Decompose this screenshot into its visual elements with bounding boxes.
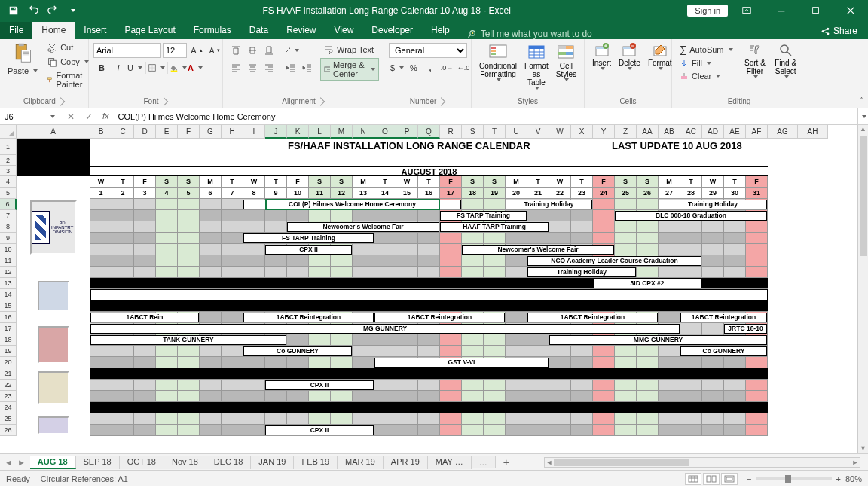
- sheet-tab[interactable]: APR 19: [384, 456, 428, 469]
- bold-button[interactable]: B: [93, 60, 110, 75]
- event-bar[interactable]: 1ABCT Reintegration: [527, 313, 658, 322]
- event-bar[interactable]: MMG GUNNERY: [549, 335, 767, 345]
- row-header[interactable]: 6: [0, 199, 17, 210]
- save-icon[interactable]: [5, 2, 23, 20]
- row-header[interactable]: 12: [0, 267, 17, 278]
- dialog-launcher-icon[interactable]: [159, 97, 167, 105]
- event-bar[interactable]: GST V-VI: [374, 358, 549, 368]
- row-header[interactable]: 9: [0, 233, 17, 244]
- event-bar[interactable]: CPX II: [265, 245, 352, 255]
- increase-indent-icon[interactable]: [299, 60, 316, 75]
- event-bar[interactable]: Training Holiday: [527, 267, 636, 277]
- row-header[interactable]: 10: [0, 244, 17, 255]
- event-bar[interactable]: JRTC 18-10: [724, 324, 767, 334]
- paste-button[interactable]: Paste: [5, 65, 41, 77]
- event-bar[interactable]: 1ABCT Reintegration: [374, 313, 505, 322]
- row-header[interactable]: 22: [0, 380, 17, 391]
- align-left-icon[interactable]: [228, 60, 244, 75]
- align-top-icon[interactable]: [228, 43, 244, 58]
- row-header[interactable]: 20: [0, 357, 17, 368]
- add-sheet-button[interactable]: +: [496, 455, 517, 470]
- event-bar[interactable]: Co GUNNERY: [680, 346, 767, 356]
- row-header[interactable]: 3: [0, 166, 17, 176]
- row-header[interactable]: 24: [0, 402, 17, 413]
- column-header[interactable]: AC: [680, 125, 702, 139]
- tab-nav-next-icon[interactable]: ►: [17, 458, 26, 467]
- delete-cells-button[interactable]: Delete: [616, 41, 643, 72]
- tab-insert[interactable]: Insert: [75, 22, 115, 39]
- border-button[interactable]: [148, 60, 165, 75]
- column-header[interactable]: C: [112, 125, 134, 139]
- share-button[interactable]: Share: [810, 23, 868, 39]
- column-header[interactable]: E: [156, 125, 178, 139]
- column-header[interactable]: W: [549, 125, 571, 139]
- align-bottom-icon[interactable]: [261, 43, 277, 58]
- event-bar[interactable]: CPX II: [265, 380, 374, 390]
- increase-decimal-icon[interactable]: .0→: [439, 60, 455, 75]
- column-header[interactable]: K: [287, 125, 309, 139]
- format-cells-button[interactable]: Format: [645, 41, 675, 72]
- event-bar[interactable]: Co GUNNERY: [243, 346, 352, 356]
- tab-formulas[interactable]: Formulas: [185, 22, 240, 39]
- copy-button[interactable]: Copy: [44, 55, 92, 69]
- tell-me-search[interactable]: Tell me what you want to do: [459, 29, 810, 39]
- collapse-ribbon-icon[interactable]: ˄: [860, 96, 863, 105]
- redo-icon[interactable]: [44, 2, 62, 20]
- event-bar[interactable]: 1ABCT Reintegration: [243, 313, 374, 322]
- decrease-indent-icon[interactable]: [283, 60, 299, 75]
- decrease-font-icon[interactable]: A▾: [206, 43, 223, 58]
- event-bar[interactable]: CPX II: [265, 425, 374, 435]
- event-bar[interactable]: Newcomer's Welcome Fair: [287, 222, 439, 232]
- sheet-tab[interactable]: OCT 18: [120, 456, 164, 469]
- column-header[interactable]: H: [222, 125, 243, 139]
- zoom-slider[interactable]: [756, 477, 832, 480]
- column-header[interactable]: B: [90, 125, 112, 139]
- column-header[interactable]: AE: [724, 125, 746, 139]
- normal-view-icon[interactable]: [685, 473, 701, 485]
- autosum-button[interactable]: ∑AutoSum: [677, 42, 736, 56]
- column-header[interactable]: Y: [593, 125, 615, 139]
- qat-customize-icon[interactable]: [63, 2, 81, 20]
- tab-developer[interactable]: Developer: [362, 22, 422, 39]
- row-header[interactable]: 18: [0, 334, 17, 346]
- format-as-table-button[interactable]: Format as Table: [521, 41, 552, 91]
- event-bar[interactable]: FS TARP Training: [243, 233, 374, 243]
- select-all-corner[interactable]: [0, 125, 17, 139]
- event-bar[interactable]: Newcomer's Welcome Fair: [462, 245, 614, 255]
- percent-format-icon[interactable]: %: [405, 60, 422, 75]
- column-header[interactable]: Z: [615, 125, 637, 139]
- vertical-scrollbar[interactable]: ▲▼: [857, 125, 868, 453]
- horizontal-scrollbar[interactable]: ◄►: [544, 457, 860, 468]
- column-header[interactable]: I: [243, 125, 265, 139]
- column-header[interactable]: AF: [746, 125, 768, 139]
- event-bar[interactable]: FS TARP Training: [440, 211, 527, 221]
- row-header[interactable]: 7: [0, 210, 17, 221]
- column-header[interactable]: R: [440, 125, 462, 139]
- column-header[interactable]: AH: [798, 125, 828, 139]
- merge-center-button[interactable]: Merge & Center: [320, 58, 379, 81]
- align-right-icon[interactable]: [261, 60, 277, 75]
- ribbon-options-icon[interactable]: [731, 0, 763, 21]
- sheet-tab[interactable]: JAN 19: [251, 456, 294, 469]
- fill-button[interactable]: Fill: [677, 57, 736, 69]
- increase-font-icon[interactable]: A▴: [188, 43, 205, 58]
- fill-color-button[interactable]: [170, 60, 187, 75]
- column-header[interactable]: N: [353, 125, 374, 139]
- close-button[interactable]: [835, 0, 866, 21]
- zoom-level[interactable]: 80%: [845, 474, 862, 483]
- page-layout-view-icon[interactable]: [703, 473, 720, 485]
- column-header[interactable]: O: [374, 125, 396, 139]
- dialog-launcher-icon[interactable]: [437, 97, 445, 105]
- column-header[interactable]: Q: [418, 125, 440, 139]
- column-header[interactable]: AG: [768, 125, 798, 139]
- row-header[interactable]: 25: [0, 413, 17, 425]
- number-format-select[interactable]: General: [389, 43, 467, 58]
- paste-icon[interactable]: [11, 41, 35, 65]
- row-header[interactable]: 2: [0, 155, 17, 166]
- conditional-formatting-button[interactable]: Conditional Formatting: [476, 41, 520, 83]
- sort-filter-button[interactable]: Sort & Filter: [741, 41, 770, 80]
- insert-cells-button[interactable]: Insert: [589, 41, 614, 72]
- clear-button[interactable]: Clear: [677, 70, 736, 82]
- column-header[interactable]: AA: [637, 125, 659, 139]
- row-header[interactable]: 11: [0, 255, 17, 267]
